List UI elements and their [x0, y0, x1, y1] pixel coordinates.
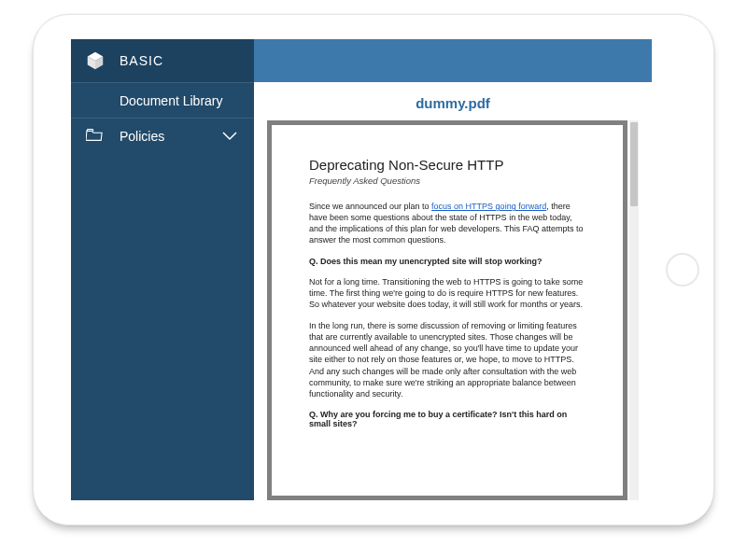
- scrollbar-thumb[interactable]: [630, 122, 638, 206]
- home-button[interactable]: [666, 253, 699, 287]
- pdf-page: Deprecating Non-Secure HTTP Frequently A…: [272, 125, 623, 496]
- main-panel: dummy.pdf Deprecating Non-Secure HTTP Fr…: [254, 39, 652, 500]
- scrollbar-track[interactable]: [629, 120, 639, 500]
- document-filename: dummy.pdf: [254, 82, 652, 120]
- sidebar-item-policies[interactable]: Policies: [71, 118, 254, 153]
- sidebar-item-label: Policies: [120, 129, 164, 144]
- pdf-intro: Since we announced our plan to focus on …: [309, 201, 585, 246]
- app-screen: BASIC Document Library Policies: [71, 39, 652, 500]
- cube-icon: [71, 50, 120, 71]
- pdf-shell[interactable]: Deprecating Non-Secure HTTP Frequently A…: [267, 120, 627, 500]
- topbar: [254, 39, 652, 82]
- pdf-text: Since we announced our plan to: [309, 202, 431, 211]
- tablet-frame: BASIC Document Library Policies: [33, 14, 714, 525]
- chevron-down-icon: [222, 129, 237, 144]
- pdf-question-2: Q. Why are you forcing me to buy a certi…: [309, 410, 585, 428]
- pdf-answer-1a: Not for a long time. Transitioning the w…: [309, 276, 585, 310]
- pdf-subtitle: Frequently Asked Questions: [309, 175, 585, 186]
- sidebar: BASIC Document Library Policies: [71, 39, 254, 500]
- pdf-link[interactable]: focus on HTTPS going forward: [431, 202, 546, 211]
- pdf-answer-1b: In the long run, there is some discussio…: [309, 320, 585, 399]
- pdf-question-1: Q. Does this mean my unencrypted site wi…: [309, 257, 585, 266]
- sidebar-item-label: Document Library: [120, 93, 223, 108]
- folder-icon: [86, 128, 103, 144]
- pdf-viewer: Deprecating Non-Secure HTTP Frequently A…: [254, 120, 652, 500]
- brand-row[interactable]: BASIC: [71, 39, 254, 82]
- sidebar-item-document-library[interactable]: Document Library: [71, 82, 254, 118]
- brand-label: BASIC: [120, 53, 163, 68]
- pdf-title: Deprecating Non-Secure HTTP: [309, 157, 585, 173]
